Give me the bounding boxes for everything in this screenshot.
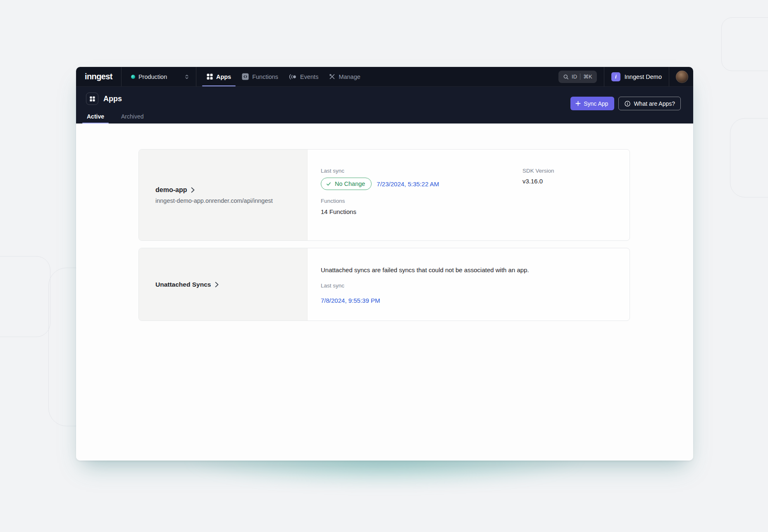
- tab-archived[interactable]: Archived: [117, 109, 148, 124]
- app-cards: demo-app inngest-demo-app.onrender.com/a…: [138, 124, 630, 321]
- app-card-left-panel: Unattached Syncs: [139, 248, 308, 321]
- what-are-apps-label: What are Apps?: [634, 100, 675, 107]
- app-window: inngest Production: [76, 67, 693, 461]
- events-icon: [289, 74, 297, 80]
- last-sync-label: Last sync: [321, 283, 616, 289]
- environment-switcher[interactable]: Production: [122, 67, 196, 86]
- tab-active[interactable]: Active: [82, 109, 109, 124]
- nav-item-label: Events: [300, 74, 318, 80]
- org-badge: i: [611, 72, 620, 81]
- background-shape: [0, 256, 50, 337]
- tab-label: Archived: [121, 113, 143, 120]
- org-switcher[interactable]: i Inngest Demo: [604, 67, 669, 86]
- search-shortcut[interactable]: ID ⌘K: [558, 71, 597, 83]
- nav-item-apps[interactable]: Apps: [201, 67, 236, 86]
- sdk-version-label: SDK Version: [522, 168, 554, 174]
- last-sync-link[interactable]: 7/23/2024, 5:35:22 AM: [377, 180, 439, 188]
- background-shape: [721, 17, 768, 71]
- header-buttons: Sync App What are Apps?: [570, 97, 681, 110]
- functions-label: Functions: [321, 198, 616, 204]
- page-title: Apps: [103, 95, 122, 103]
- unattached-syncs-description: Unattached syncs are failed syncs that c…: [321, 266, 616, 273]
- code-icon: [242, 73, 249, 80]
- status-pill: No Change: [321, 178, 372, 190]
- tabs: Active Archived: [82, 109, 148, 124]
- divider: [580, 74, 580, 80]
- app-card-left-panel: demo-app inngest-demo-app.onrender.com/a…: [139, 150, 308, 240]
- env-sphere-icon: [131, 75, 135, 79]
- apps-title-icon-box: [86, 93, 98, 105]
- nav-item-functions[interactable]: Functions: [236, 67, 284, 86]
- sdk-version-group: SDK Version v3.16.0: [522, 168, 554, 190]
- app-card-meta: Last sync No Change: [308, 150, 630, 240]
- last-sync-label: Last sync: [321, 168, 522, 174]
- info-icon: [624, 100, 631, 107]
- last-sync-link[interactable]: 7/8/2024, 9:55:39 PM: [321, 297, 380, 304]
- grid-icon: [207, 74, 213, 80]
- plus-icon: [575, 101, 581, 106]
- app-name: demo-app: [155, 186, 187, 194]
- navbar-spacer: [366, 67, 558, 86]
- tools-icon: [329, 74, 335, 80]
- tab-label: Active: [87, 113, 104, 120]
- avatar-wrap: [669, 67, 693, 86]
- app-card-demo-app: demo-app inngest-demo-app.onrender.com/a…: [138, 149, 630, 241]
- search-shortcut-keys: ⌘K: [583, 74, 592, 80]
- check-icon: [326, 181, 332, 187]
- logo-text: inngest: [85, 72, 112, 81]
- env-label: Production: [138, 74, 180, 80]
- content-area: demo-app inngest-demo-app.onrender.com/a…: [76, 124, 693, 461]
- background-shape: [730, 118, 768, 197]
- last-sync-row: No Change 7/23/2024, 5:35:22 AM: [321, 178, 522, 190]
- meta-row-1: Last sync No Change: [321, 168, 616, 190]
- nav-item-events[interactable]: Events: [284, 67, 324, 86]
- nav-item-manage[interactable]: Manage: [324, 67, 365, 86]
- nav-item-label: Manage: [339, 74, 360, 80]
- status-pill-label: No Change: [335, 180, 365, 187]
- search-label: ID: [572, 74, 577, 80]
- main-nav: Apps Functions: [201, 67, 366, 86]
- what-are-apps-button[interactable]: What are Apps?: [618, 97, 681, 110]
- chevron-up-down-icon: [184, 74, 190, 80]
- grid-icon: [90, 96, 95, 102]
- divider: [196, 67, 196, 86]
- functions-group: Functions 14 Functions: [321, 198, 616, 215]
- chevron-right-icon: [191, 187, 195, 193]
- unattached-syncs-meta: Unattached syncs are failed syncs that c…: [308, 248, 630, 321]
- unattached-syncs-link[interactable]: Unattached Syncs: [155, 281, 307, 288]
- sync-app-button[interactable]: Sync App: [570, 97, 614, 110]
- last-sync-group: Last sync No Change: [321, 168, 522, 190]
- org-name: Inngest Demo: [625, 74, 662, 80]
- user-avatar[interactable]: [676, 71, 688, 83]
- nav-item-label: Apps: [216, 74, 231, 80]
- page-title-row: Apps: [86, 93, 122, 105]
- app-card-unattached-syncs: Unattached Syncs Unattached syncs are fa…: [138, 248, 630, 321]
- inngest-logo[interactable]: inngest: [76, 67, 121, 86]
- unattached-syncs-name: Unattached Syncs: [155, 281, 211, 288]
- nav-item-label: Functions: [252, 74, 278, 80]
- search-icon: [563, 74, 569, 80]
- top-navbar: inngest Production: [76, 67, 693, 87]
- page-header: Apps Sync App What a: [76, 87, 693, 124]
- sdk-version-value: v3.16.0: [522, 178, 554, 185]
- app-url: inngest-demo-app.onrender.com/api/innges…: [155, 197, 307, 204]
- chevron-right-icon: [215, 282, 219, 287]
- sync-app-label: Sync App: [584, 100, 608, 107]
- functions-value: 14 Functions: [321, 208, 616, 215]
- app-name-link[interactable]: demo-app: [155, 186, 307, 194]
